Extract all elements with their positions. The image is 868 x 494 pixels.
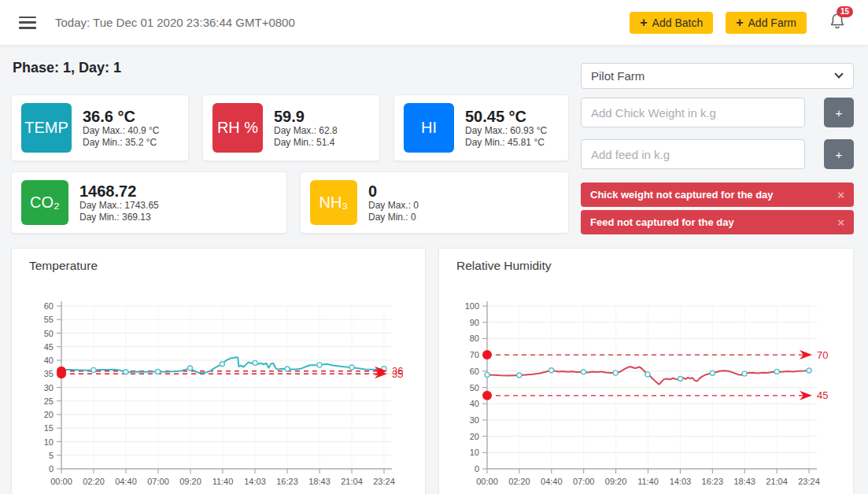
nh3-day-max: Day Max.: 0 <box>368 200 419 212</box>
chick-weight-alert: Chick weight not captured for the day × <box>581 182 854 207</box>
humidity-chart-card: Relative Humidity 0102030405060708090100… <box>438 248 854 494</box>
svg-text:70: 70 <box>470 350 479 359</box>
plus-icon: + <box>640 17 647 28</box>
svg-text:30: 30 <box>470 415 479 425</box>
alert-text: Feed not captured for the day <box>590 216 734 228</box>
svg-text:04:40: 04:40 <box>541 477 563 486</box>
svg-text:15: 15 <box>44 423 54 433</box>
svg-text:100: 100 <box>465 301 479 311</box>
co2-badge: CO₂ <box>21 180 68 225</box>
rh-value: 59.9 <box>274 108 338 125</box>
humidity-chart: 010203040506070809010000:0002:2004:4007:… <box>439 282 855 494</box>
svg-text:09:20: 09:20 <box>605 477 627 486</box>
feed-input[interactable] <box>581 139 805 169</box>
rh-day-max: Day Max.: 62.8 <box>274 125 338 137</box>
svg-text:55: 55 <box>44 315 54 324</box>
add-farm-button[interactable]: + Add Farm <box>726 12 807 34</box>
nh3-day-min: Day Min.: 0 <box>368 212 419 223</box>
svg-text:90: 90 <box>470 318 479 327</box>
temperature-chart-title: Temperature <box>29 259 98 273</box>
notification-badge: 15 <box>837 6 853 17</box>
temperature-chart: 05101520253035404550556000:0002:2004:400… <box>12 282 427 494</box>
notifications-button[interactable]: 15 <box>829 12 846 34</box>
farm-select-wrap: Pilot Farm <box>581 63 854 89</box>
svg-text:35: 35 <box>392 368 403 380</box>
svg-text:30: 30 <box>44 383 54 393</box>
svg-text:23:24: 23:24 <box>798 477 820 486</box>
temperature-chart-card: Temperature 05101520253035404550556000:0… <box>11 248 426 494</box>
nh3-badge: NH₃ <box>310 180 357 225</box>
page-title: Phase: 1, Day: 1 <box>13 60 121 76</box>
svg-text:16:23: 16:23 <box>702 477 724 486</box>
top-bar: Today: Tue Dec 01 2020 23:36:44 GMT+0800… <box>0 0 868 46</box>
plus-icon: + <box>736 17 743 28</box>
menu-icon[interactable] <box>19 17 36 29</box>
svg-text:80: 80 <box>470 334 479 343</box>
close-icon[interactable]: × <box>837 188 844 201</box>
rh-metric-card: RH % 59.9 Day Max.: 62.8 Day Min.: 51.4 <box>202 94 380 161</box>
svg-text:0: 0 <box>49 464 54 474</box>
svg-text:11:40: 11:40 <box>637 477 659 486</box>
add-chick-weight-button[interactable]: + <box>824 98 854 127</box>
chick-weight-row: + <box>581 98 854 127</box>
chick-weight-input[interactable] <box>581 98 805 127</box>
co2-value: 1468.72 <box>79 182 159 200</box>
hi-metric-card: HI 50.45 °C Day Max.: 60.93 °C Day Min.:… <box>393 94 569 161</box>
svg-text:23:24: 23:24 <box>373 477 395 486</box>
add-batch-label: Add Batch <box>652 17 704 29</box>
metric-cards-row-2: CO₂ 1468.72 Day Max.: 1743.65 Day Min.: … <box>11 171 569 234</box>
hi-day-min: Day Min.: 45.81 °C <box>465 137 547 149</box>
svg-text:00:00: 00:00 <box>50 477 72 486</box>
svg-text:16:23: 16:23 <box>276 477 298 486</box>
co2-day-max: Day Max.: 1743.65 <box>79 200 159 212</box>
svg-text:04:40: 04:40 <box>115 477 137 486</box>
topbar-actions: + Add Batch + Add Farm 15 <box>630 12 851 34</box>
add-batch-button[interactable]: + Add Batch <box>630 12 713 34</box>
svg-text:21:04: 21:04 <box>766 477 788 486</box>
svg-text:10: 10 <box>470 448 479 457</box>
svg-text:60: 60 <box>44 301 54 311</box>
farm-select[interactable]: Pilot Farm <box>581 63 854 89</box>
temp-day-max: Day Max.: 40.9 °C <box>83 125 160 137</box>
svg-text:35: 35 <box>44 369 54 378</box>
svg-text:21:04: 21:04 <box>341 477 363 486</box>
temp-value: 36.6 °C <box>83 108 160 125</box>
feed-row: + <box>581 139 854 169</box>
svg-text:5: 5 <box>49 451 54 460</box>
svg-text:40: 40 <box>44 356 54 365</box>
metric-cards-row-1: TEMP 36.6 °C Day Max.: 40.9 °C Day Min.:… <box>11 94 569 161</box>
rh-badge: RH % <box>212 103 263 153</box>
svg-text:00:00: 00:00 <box>476 477 498 486</box>
current-datetime: Today: Tue Dec 01 2020 23:36:44 GMT+0800 <box>55 16 295 29</box>
nh3-metric-card: NH₃ 0 Day Max.: 0 Day Min.: 0 <box>300 171 569 234</box>
co2-metric-card: CO₂ 1468.72 Day Max.: 1743.65 Day Min.: … <box>11 171 287 234</box>
svg-text:45: 45 <box>44 342 54 352</box>
svg-text:18:43: 18:43 <box>308 477 331 486</box>
svg-text:40: 40 <box>470 399 479 408</box>
svg-text:70: 70 <box>817 349 828 361</box>
close-icon[interactable]: × <box>837 216 844 229</box>
co2-day-min: Day Min.: 369.13 <box>79 212 159 223</box>
dashboard-root: Today: Tue Dec 01 2020 23:36:44 GMT+0800… <box>0 0 868 494</box>
svg-text:20: 20 <box>470 432 479 441</box>
hi-value: 50.45 °C <box>465 108 547 125</box>
humidity-chart-title: Relative Humidity <box>456 259 552 273</box>
svg-text:14:03: 14:03 <box>244 477 266 486</box>
add-feed-button[interactable]: + <box>824 139 854 169</box>
svg-text:25: 25 <box>44 396 54 406</box>
svg-text:02:20: 02:20 <box>83 477 105 486</box>
svg-text:60: 60 <box>470 367 479 376</box>
svg-text:45: 45 <box>817 389 828 401</box>
svg-text:11:40: 11:40 <box>212 477 234 486</box>
feed-alert: Feed not captured for the day × <box>581 210 854 234</box>
svg-text:50: 50 <box>470 383 479 393</box>
right-panel: Pilot Farm + + Chick weight not captured… <box>581 63 854 234</box>
add-farm-label: Add Farm <box>748 17 796 29</box>
svg-text:07:00: 07:00 <box>147 477 169 486</box>
temp-metric-card: TEMP 36.6 °C Day Max.: 40.9 °C Day Min.:… <box>11 94 189 161</box>
alert-text: Chick weight not captured for the day <box>590 189 774 201</box>
svg-text:02:20: 02:20 <box>508 477 530 486</box>
rh-day-min: Day Min.: 51.4 <box>274 137 338 149</box>
svg-text:0: 0 <box>475 464 479 474</box>
temp-badge: TEMP <box>21 103 72 153</box>
